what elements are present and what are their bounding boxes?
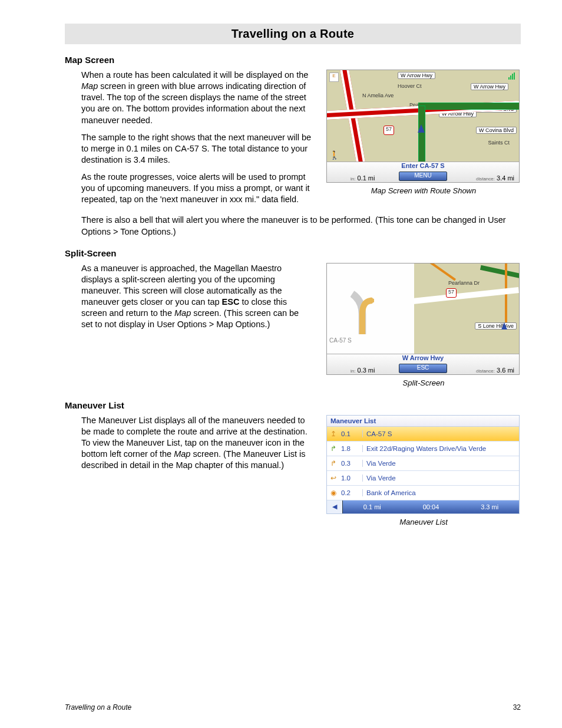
splitscreen-text: As a maneuver is approached, the Magella… (81, 263, 312, 337)
figure-split-screen: Pearlanna Dr S Lone Hill Ave 57 CA-57 S … (326, 263, 520, 375)
maneuver-row[interactable]: ↱1.8Exit 22d/Raging Waters Drive/Via Ver… (327, 442, 519, 456)
p: screen in green with blue arrows indicat… (81, 81, 306, 124)
svg-marker-0 (371, 297, 374, 304)
heading-maneuver-list: Maneuver List (65, 400, 521, 410)
maneuver-row[interactable]: ↥0.1CA-57 S (327, 427, 519, 442)
maneuver-name: Exit 22d/Raging Waters Drive/Via Verde (362, 445, 519, 452)
highway-shield-icon: 57 (446, 288, 457, 298)
maneuver-name: CA-57 S (362, 430, 519, 437)
p: The sample to the right shows that the n… (81, 132, 312, 166)
dist-label: distance: (476, 368, 495, 374)
maneuver-list-footer: ◀ 0.1 mi 00:04 3.3 mi (327, 500, 519, 513)
heading-split-screen: Split-Screen (65, 248, 521, 258)
compass-icon: E (329, 73, 339, 82)
maneuver-distance: 0.1 (340, 430, 362, 437)
maneuver-icon: ↩ (327, 474, 340, 482)
maneuver-icon: ↥ (327, 430, 340, 438)
p: When a route has been calculated it will… (81, 70, 308, 80)
footer-title: Travelling on a Route (65, 703, 131, 711)
next-maneuver[interactable]: Enter CA-57 S (359, 162, 487, 172)
heading-map-screen: Map Screen (65, 55, 521, 65)
pedestrian-icon: 🚶 (329, 150, 339, 160)
figure-map-screen: E W Arrow Hwy Hoover Ct N Amelia Ave Pea… (326, 70, 520, 183)
maneuver-icon: ↱ (327, 444, 340, 453)
back-button[interactable]: ◀ (327, 500, 343, 513)
highway-shield-icon: 57 (384, 126, 394, 135)
map-label: Hoover Ct (398, 83, 422, 89)
maneuver-distance: 1.8 (340, 445, 362, 452)
figure-maneuver-list: Maneuver List ↥0.1CA-57 S↱1.8Exit 22d/Ra… (326, 415, 520, 514)
p-em: Map (81, 81, 98, 91)
map-label: S Lone Hill Ave (475, 322, 517, 330)
menu-button[interactable]: MENU (399, 172, 447, 181)
map-label: Pearlanna Dr (448, 280, 480, 286)
maneuver-distance: 0.2 (340, 489, 362, 496)
maneuver-name: Via Verde (362, 460, 519, 467)
page-title-bar: Travelling on a Route (65, 24, 521, 44)
figure-caption: Split-Screen (326, 378, 521, 387)
maneuver-name: Bank of America (362, 489, 519, 496)
p-bold: ESC (222, 297, 240, 307)
in-label: in: (351, 176, 355, 182)
next-maneuver[interactable]: W Arrow Hwy (359, 354, 487, 364)
map-label: CA-57 S (329, 337, 352, 344)
figure-caption: Map Screen with Route Shown (326, 186, 521, 195)
ramp-icon (351, 275, 374, 346)
maneuver-icon: ◉ (327, 489, 340, 497)
maneuver-icon: ↱ (327, 459, 340, 467)
signal-icon (508, 73, 517, 80)
p: There is also a bell that will alert you… (81, 215, 521, 237)
maneuver-row[interactable]: ↩1.0Via Verde (327, 471, 519, 486)
in-value: 0.3 mi (358, 367, 375, 374)
footer-dist-total: 3.3 mi (460, 503, 519, 510)
map-bottom-bar: W Arrow Hwy ESC in: 0.3 mi distance: 3.6… (327, 354, 519, 374)
street-name-pill: W Arrow Hwy (398, 72, 435, 79)
map-label: N Amelia Ave (362, 93, 394, 98)
map-bottom-bar: Enter CA-57 S MENU in: 0.1 mi distance: … (327, 162, 519, 182)
maneuverlist-text: The Maneuver List displays all of the ma… (81, 415, 312, 477)
dist-label: distance: (476, 176, 495, 182)
maneuver-row[interactable]: ◉0.2Bank of America (327, 486, 519, 500)
in-label: in: (351, 368, 355, 374)
p: As the route progresses, voice alerts wi… (81, 172, 312, 205)
p-em: Map (174, 308, 191, 318)
maneuver-row[interactable]: ↱0.3Via Verde (327, 456, 519, 471)
footer-time: 00:04 (402, 503, 461, 510)
mapscreen-text: When a route has been calculated it will… (81, 70, 312, 211)
maneuver-list-title: Maneuver List (327, 416, 519, 427)
dist-value: 3.6 mi (497, 367, 514, 374)
map-label: W Arrow Hwy (471, 83, 508, 90)
position-icon (418, 124, 425, 133)
position-icon (501, 322, 507, 330)
footer-dist-next: 0.1 mi (343, 503, 402, 510)
dist-value: 3.4 mi (497, 174, 514, 182)
esc-button[interactable]: ESC (399, 364, 447, 373)
map-label: Saints Ct (488, 140, 510, 146)
page-number: 32 (513, 703, 521, 711)
figure-caption: Maneuver List (326, 518, 521, 526)
maneuver-distance: 1.0 (340, 475, 362, 482)
page-footer: Travelling on a Route 32 (65, 703, 521, 711)
map-label: W Covina Blvd (476, 127, 517, 134)
maneuver-distance: 0.3 (340, 460, 362, 467)
p-em: Map (174, 449, 190, 459)
maneuver-name: Via Verde (362, 475, 519, 482)
in-value: 0.1 mi (358, 174, 375, 182)
